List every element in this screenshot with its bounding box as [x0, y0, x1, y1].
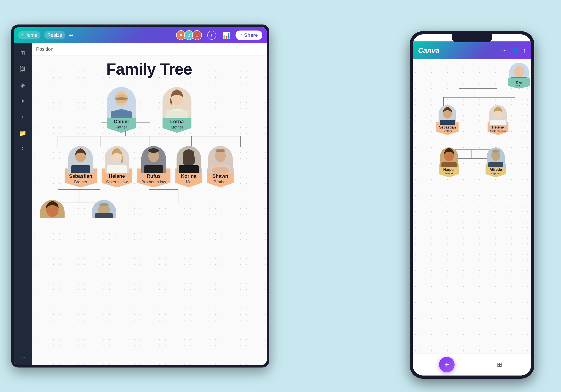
phone-tree-wrapper: Dan Fat... [414, 63, 530, 177]
canvas-toolbar: Position [32, 43, 267, 55]
korina-role: Me [180, 180, 198, 185]
daniel-partial-name: Dan [510, 81, 528, 84]
svg-rect-19 [111, 111, 132, 118]
lorna-photo [162, 87, 192, 118]
phone-grid-button[interactable]: ⊞ [494, 359, 505, 370]
phone-bottom-bar: + ⊞ [413, 353, 531, 376]
phone-gen2: Sebastian Brother [436, 105, 508, 135]
shawn-name: Shawn [212, 173, 229, 179]
phone-harper-role: Niece [442, 172, 457, 175]
phone-harper-name: Harper [442, 167, 457, 172]
phone-device: Canva ··· 👤 ↑ [410, 31, 534, 379]
resize-label: Resize [47, 32, 62, 38]
svg-rect-31 [107, 165, 127, 173]
rufus-name: Rufus [141, 173, 166, 179]
daniel-partial-role: Fat... [510, 84, 528, 87]
phone-sebastian-name: Sebastian [439, 125, 456, 130]
tablet-device: ‹ Home Resize ↩ A B C + 📊 ↑ Share [11, 24, 269, 368]
sidebar-item-shapes[interactable]: ◈ [17, 80, 28, 90]
tablet-header: ‹ Home Resize ↩ A B C + 📊 ↑ Share [14, 27, 267, 43]
phone-fab-button[interactable]: + [439, 357, 454, 372]
phone-sebastian-role: Brother [439, 130, 456, 133]
sidebar-more[interactable]: ··· [20, 353, 25, 360]
korina-name: Korina [180, 173, 198, 179]
daniel-name: Daniel [111, 119, 131, 124]
person-daniel: Daniel Father [107, 87, 136, 133]
phone-person-alfredo: Alfredo Nephew [485, 147, 506, 177]
canvas-area[interactable]: Position Family Tree [32, 43, 267, 365]
svg-point-44 [216, 149, 225, 152]
sidebar-item-image[interactable]: 🖼 [17, 64, 28, 74]
person-harper-partial [40, 200, 65, 218]
person-shawn: Shawn Brother [207, 146, 234, 187]
tree-title: Family Tree [106, 60, 192, 78]
phone-helene-name: Helene [490, 125, 506, 130]
tablet-content: ⊞ 🖼 ◈ ✦ ↑ 📁 ⌇ ··· Position Family Tree [14, 43, 267, 365]
undo-button[interactable]: ↩ [69, 32, 74, 39]
resize-button[interactable]: Resize [44, 31, 65, 39]
invite-button[interactable]: + [207, 31, 216, 40]
phone-screen: Canva ··· 👤 ↑ [413, 34, 531, 376]
tablet-tree-wrapper: Daniel Father [36, 87, 263, 218]
share-button[interactable]: ↑ Share [236, 31, 262, 40]
shawn-role: Brother [212, 180, 229, 185]
sebastian-role: Brother [69, 180, 92, 185]
rufus-photo [141, 146, 166, 173]
svg-rect-39 [179, 165, 199, 173]
user-icon[interactable]: 👤 [511, 47, 518, 54]
svg-point-62 [514, 66, 524, 77]
phone-daniel-partial: Dan Fat... [508, 63, 530, 89]
svg-point-76 [492, 150, 500, 152]
canva-logo: Canva [418, 46, 440, 54]
chevron-left-icon: ‹ [21, 32, 23, 38]
svg-rect-66 [440, 120, 455, 125]
phone-canvas[interactable]: Dan Fat... [413, 59, 531, 353]
sidebar-item-upload[interactable]: ↑ [17, 112, 28, 122]
tablet-screen: ‹ Home Resize ↩ A B C + 📊 ↑ Share [14, 27, 267, 365]
alfredo-photo [92, 200, 116, 218]
daniel-role: Father [111, 125, 131, 130]
korina-photo [177, 146, 201, 173]
svg-rect-69 [490, 120, 506, 125]
lorna-role: Mother [167, 125, 187, 130]
more-icon[interactable]: ··· [502, 47, 507, 54]
phone-gen3: Harper Niece [439, 147, 506, 177]
sidebar-item-folder[interactable]: 📁 [17, 128, 28, 139]
svg-rect-72 [442, 162, 457, 167]
helene-role: Sister in law [106, 180, 128, 185]
sebastian-photo [68, 146, 93, 173]
sidebar-item-layout[interactable]: ⊞ [17, 48, 28, 58]
generation-1: Daniel Father [107, 87, 192, 133]
position-label: Position [36, 46, 54, 52]
phone-notch [452, 34, 492, 42]
share-icon-phone[interactable]: ↑ [523, 47, 526, 54]
phone-alfredo-name: Alfredo [488, 167, 503, 172]
helene-name: Helene [106, 173, 128, 179]
shawn-photo [208, 146, 233, 173]
avatar-group: A B C [178, 30, 202, 40]
phone-header-icons: ··· 👤 ↑ [502, 47, 526, 54]
person-helene: Helene Sister in law [101, 146, 132, 187]
harper-photo [40, 200, 65, 218]
sidebar-item-magic[interactable]: ✦ [17, 96, 28, 107]
phone-harper-photo [440, 147, 458, 167]
svg-rect-24 [166, 110, 188, 118]
home-label: Home [24, 32, 37, 38]
stats-button[interactable]: 📊 [222, 32, 230, 39]
person-korina: Korina Me [175, 146, 202, 187]
avatar-3: C [192, 30, 202, 40]
helene-photo [105, 146, 129, 173]
phone-person-harper: Harper Niece [439, 147, 459, 177]
daniel-photo [107, 87, 136, 118]
svg-point-50 [99, 203, 109, 206]
person-rufus: Rufus Brother in law [137, 146, 170, 187]
phone-alfredo-role: Nephew [488, 172, 503, 175]
person-sebastian: Sebastian Brother [65, 146, 97, 187]
person-alfredo-partial [92, 200, 116, 218]
rufus-role: Brother in law [141, 180, 166, 185]
svg-point-36 [148, 148, 159, 153]
generation-3 [36, 200, 116, 218]
share-icon: ↑ [240, 32, 242, 38]
home-button[interactable]: ‹ Home [18, 31, 41, 39]
sidebar-item-chart[interactable]: ⌇ [17, 144, 28, 154]
